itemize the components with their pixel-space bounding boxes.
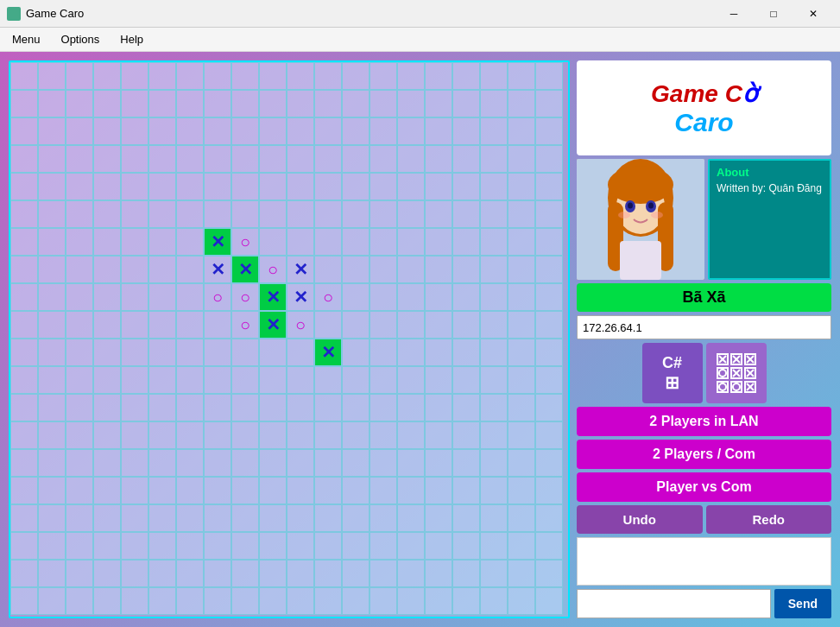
board-cell[interactable] [508,145,535,173]
board-cell[interactable] [38,117,66,145]
board-cell[interactable] [535,532,563,560]
board-cell[interactable] [452,283,480,311]
board-cell[interactable] [480,477,508,504]
board-cell[interactable] [369,504,397,532]
board-cell[interactable] [176,62,204,90]
board-cell[interactable]: ○ [231,311,259,339]
board-cell[interactable] [480,339,508,366]
board-cell[interactable] [287,421,314,449]
board-cell[interactable] [231,421,259,449]
board-cell[interactable] [66,421,93,449]
board-cell[interactable] [287,200,314,228]
board-cell[interactable] [148,228,176,256]
board-cell[interactable] [342,339,369,366]
board-cell[interactable] [508,532,535,560]
board-cell[interactable] [287,477,314,504]
board-cell[interactable] [480,283,508,311]
board-cell[interactable] [425,145,452,173]
board-cell[interactable] [314,560,342,587]
board-cell[interactable] [121,449,148,477]
board-cell[interactable] [342,394,369,421]
board-cell[interactable] [369,477,397,504]
board-cell[interactable]: ○ [204,283,231,311]
board-cell[interactable] [148,90,176,117]
board-cell[interactable] [314,173,342,200]
board-cell[interactable] [535,449,563,477]
board-cell[interactable] [38,228,66,256]
board-cell[interactable] [10,504,38,532]
board-cell[interactable] [66,90,93,117]
board-cell[interactable] [314,421,342,449]
board-cell[interactable] [397,449,425,477]
board-cell[interactable] [204,449,231,477]
board-cell[interactable] [480,145,508,173]
board-cell[interactable] [259,90,287,117]
board-cell[interactable] [148,311,176,339]
board-cell[interactable] [10,90,38,117]
board-cell[interactable] [148,587,176,615]
board-cell[interactable] [287,532,314,560]
board-cell[interactable] [204,90,231,117]
board-cell[interactable] [535,560,563,587]
board-cell[interactable] [314,532,342,560]
board-cell[interactable] [176,394,204,421]
board-cell[interactable] [231,477,259,504]
board-cell[interactable] [535,587,563,615]
board-cell[interactable] [369,394,397,421]
board-cell[interactable] [148,394,176,421]
board-cell[interactable] [425,421,452,449]
board-cell[interactable] [480,117,508,145]
board-cell[interactable] [38,283,66,311]
board-cell[interactable] [66,394,93,421]
board-cell[interactable] [342,532,369,560]
board-cell[interactable] [259,504,287,532]
board-cell[interactable] [480,256,508,283]
board-cell[interactable] [287,117,314,145]
board-cell[interactable] [176,283,204,311]
board-cell[interactable] [508,173,535,200]
send-button[interactable]: Send [774,589,831,618]
board-cell[interactable] [287,449,314,477]
board-cell[interactable] [93,532,121,560]
board-cell[interactable] [121,62,148,90]
board-cell[interactable] [369,421,397,449]
board-cell[interactable]: ○ [259,256,287,283]
board-cell[interactable] [314,366,342,394]
board-cell[interactable] [425,339,452,366]
log-area[interactable] [577,537,831,586]
board-cell[interactable] [287,228,314,256]
board-cell[interactable] [10,173,38,200]
board-cell[interactable] [66,228,93,256]
board-cell[interactable] [204,117,231,145]
board-cell[interactable] [121,228,148,256]
board-cell[interactable] [425,228,452,256]
com-button[interactable]: 2 Players / Com [577,440,831,469]
board-cell[interactable] [204,145,231,173]
board-cell[interactable] [176,532,204,560]
board-cell[interactable] [66,587,93,615]
board-cell[interactable] [148,366,176,394]
board-cell[interactable] [314,504,342,532]
board-cell[interactable] [425,394,452,421]
board-cell[interactable] [259,366,287,394]
board-cell[interactable] [342,504,369,532]
board-cell[interactable] [452,477,480,504]
board-cell[interactable] [66,283,93,311]
board-cell[interactable] [204,504,231,532]
board-cell[interactable] [508,228,535,256]
board-cell[interactable] [342,228,369,256]
board-cell[interactable] [452,339,480,366]
vscom-button[interactable]: Player vs Com [577,472,831,502]
board-cell[interactable] [508,477,535,504]
board-cell[interactable] [10,449,38,477]
board-cell[interactable] [480,311,508,339]
board-cell[interactable] [480,62,508,90]
board-cell[interactable]: ✕ [259,311,287,339]
board-cell[interactable] [66,256,93,283]
board-cell[interactable]: ✕ [204,256,231,283]
board-cell[interactable] [425,117,452,145]
board-cell[interactable] [148,560,176,587]
board-cell[interactable] [38,339,66,366]
board-cell[interactable] [259,587,287,615]
board-cell[interactable] [314,394,342,421]
